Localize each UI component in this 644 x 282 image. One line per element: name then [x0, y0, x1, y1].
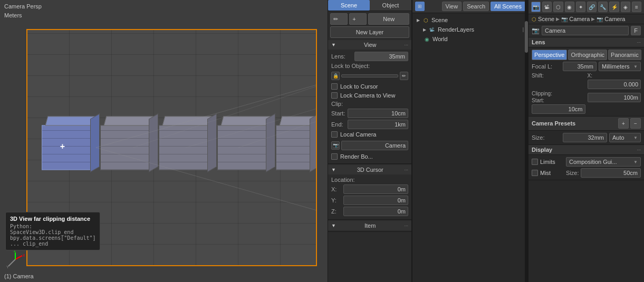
all-scenes-button[interactable]: All Scenes	[491, 2, 525, 11]
clip-start-val2[interactable]: 10cm	[532, 104, 585, 114]
tree-item-scene[interactable]: ▶ ⬡ Scene	[415, 15, 526, 25]
perspective-btn[interactable]: Perspective	[532, 50, 567, 60]
sensor-row: Size: 32mm Auto ▼	[532, 133, 641, 142]
props-icon-world[interactable]: ◉	[565, 2, 574, 12]
new-button[interactable]: New	[368, 13, 409, 25]
props-icon-more[interactable]: ≡	[632, 2, 641, 12]
cursor-y-value[interactable]: 0m	[343, 196, 408, 205]
focal-unit-label: Millimeters	[602, 63, 630, 70]
props-icon-modifiers[interactable]: 🔧	[598, 2, 608, 12]
props-camera-name[interactable]: Camera	[542, 26, 629, 35]
cursor-section-header[interactable]: ▼ 3D Cursor ···	[328, 165, 411, 174]
lens-section-header[interactable]: Lens ···	[528, 37, 644, 47]
cursor-z-value[interactable]: 0m	[343, 207, 408, 216]
lock-icon-btn[interactable]: 🔒	[331, 72, 340, 80]
world-label: World	[432, 36, 448, 42]
shift-x-value[interactable]: 0.000	[588, 80, 641, 89]
tree-item-world[interactable]: ◉ World	[415, 34, 526, 44]
presets-add-btn[interactable]: +	[618, 118, 629, 129]
composition-dropdown[interactable]: Composition Gui... ▼	[566, 157, 641, 167]
props-icon-render[interactable]: 📷	[531, 2, 541, 12]
clip-end-value[interactable]: 1km	[348, 120, 408, 129]
item-arrow: ▼	[331, 223, 336, 228]
axes-svg: X Y Z	[6, 250, 25, 269]
svg-line-5	[15, 256, 22, 259]
cursor-section-title: 3D Cursor	[357, 167, 383, 173]
lens-value[interactable]: 35mm	[354, 52, 408, 61]
props-icon-data[interactable]: ⚡	[609, 2, 619, 12]
clip-end-row: End: 1km	[331, 120, 408, 129]
cursor-x-value[interactable]: 0m	[343, 184, 408, 194]
limits-row: Limits Composition Gui... ▼	[532, 157, 641, 167]
cube-1-top	[45, 116, 96, 126]
cube-2	[100, 125, 149, 170]
new-layer-button[interactable]: New Layer	[330, 26, 409, 38]
render-border-checkbox[interactable]	[331, 153, 338, 160]
lens-label: Lens:	[331, 53, 352, 60]
camera-name[interactable]: Camera	[341, 141, 408, 150]
focal-unit-dropdown[interactable]: Millimeters ▼	[599, 62, 641, 71]
lock-field[interactable]	[341, 74, 398, 77]
panoramic-btn[interactable]: Panoramic	[608, 50, 641, 60]
focal-unit-arrow: ▼	[633, 64, 638, 69]
svg-text:Z: Z	[14, 250, 16, 252]
mist-checkbox[interactable]	[532, 170, 538, 176]
new-icon-btn[interactable]: ✏	[330, 13, 348, 25]
outliner-icon[interactable]: ⊞	[415, 2, 425, 11]
limits-checkbox[interactable]	[532, 159, 538, 165]
props-icon-object[interactable]: ✦	[576, 2, 585, 12]
props-icon-material[interactable]: ◈	[621, 2, 630, 12]
viewport-camera-label: Camera Persp	[4, 2, 42, 11]
clip-end-val2[interactable]: 100m	[588, 93, 641, 102]
props-icon-constraints[interactable]: 🔗	[587, 2, 597, 12]
viewport-footer: (1) Camera	[4, 273, 34, 279]
view-button[interactable]: View	[442, 2, 462, 11]
cube-4-lines	[218, 126, 266, 170]
new-plus-btn[interactable]: +	[349, 13, 367, 25]
props-icons-row: 📷 📽 ⬡ ◉ ✦ 🔗 🔧 ⚡ ◈ ≡	[528, 0, 644, 14]
lock-camera-label: Lock Camera to View	[340, 92, 395, 99]
display-section-header[interactable]: Display ···	[528, 145, 644, 155]
tree-item-renderlayers[interactable]: ▶ 📽 RenderLayers |	[415, 25, 526, 34]
shift-label: Shift:	[532, 73, 585, 79]
camera-icon: 📷	[331, 141, 340, 150]
item-section-header[interactable]: ▼ Item ···	[328, 221, 411, 230]
focal-row: Focal L: 35mm Millimeters ▼	[532, 62, 641, 71]
view-section-header[interactable]: ▼ View ···	[328, 40, 411, 50]
display-size-value[interactable]: 50cm	[581, 168, 641, 178]
search-button[interactable]: Search	[463, 2, 489, 11]
orthographic-btn[interactable]: Orthographic	[568, 50, 607, 60]
viewport-canvas[interactable]	[26, 29, 317, 266]
view-section-arrow: ▼	[331, 42, 336, 47]
lock-object-label: Lock to Object:	[331, 63, 370, 69]
cursor-section: ▼ 3D Cursor ··· Location: X: 0m Y: 0m Z:…	[328, 164, 411, 220]
new-btn-row: ✏ + New	[330, 13, 409, 25]
cube-5-side	[310, 113, 317, 172]
cursor-body: Location: X: 0m Y: 0m Z: 0m	[328, 174, 411, 218]
sensor-size-value[interactable]: 32mm	[563, 133, 607, 142]
lock-camera-checkbox[interactable]	[331, 92, 338, 99]
focal-value[interactable]: 35mm	[563, 62, 597, 71]
composition-arrow: ▼	[633, 160, 638, 164]
props-camera-shortcut[interactable]: F	[631, 26, 641, 35]
props-camera-field: 📷 Camera F	[528, 24, 644, 37]
props-icon-renderlayers[interactable]: 📽	[542, 2, 552, 12]
cursor-dots: ···	[404, 167, 408, 172]
presets-remove-btn[interactable]: −	[630, 118, 641, 129]
presets-section-header[interactable]: Camera Presets + −	[528, 116, 644, 131]
sensor-type-dropdown[interactable]: Auto ▼	[609, 133, 641, 142]
view-section-dots: ···	[404, 42, 408, 47]
presets-title: Camera Presets	[532, 120, 575, 127]
display-dots: ···	[637, 147, 641, 152]
lock-edit-btn[interactable]: ✏	[400, 72, 408, 80]
local-camera-checkbox[interactable]	[331, 131, 338, 138]
lock-cursor-checkbox[interactable]	[331, 83, 338, 90]
object-tab[interactable]: Object	[370, 0, 411, 11]
axes-widget: X Y Z	[6, 250, 25, 269]
cube-2-side	[149, 113, 158, 172]
clip-start-value[interactable]: 10cm	[348, 109, 408, 118]
shift-x-col: X: 0.000	[588, 73, 641, 89]
cube-3-lines	[159, 126, 207, 170]
scene-tab[interactable]: Scene	[328, 0, 370, 11]
props-icon-scene[interactable]: ⬡	[553, 2, 563, 12]
